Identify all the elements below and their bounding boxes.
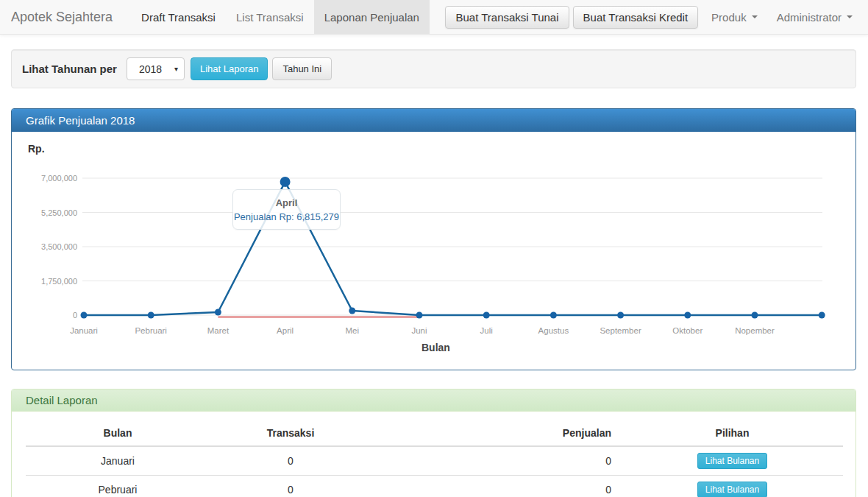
column-header-transaksi: Transaksi xyxy=(210,423,371,446)
sales-series-line xyxy=(84,182,822,315)
chart-data-point[interactable] xyxy=(349,308,355,314)
chart-tooltip: April Penjualan Rp: 6,815,279 xyxy=(232,189,341,230)
column-header-pilihan: Pilihan xyxy=(622,423,843,446)
x-tick-label: Oktober xyxy=(672,326,702,335)
x-tick-label: Nopember xyxy=(735,326,775,335)
cell-transaksi: 0 xyxy=(210,476,371,497)
x-tick-label: Juli xyxy=(480,326,493,335)
chart-data-point[interactable] xyxy=(483,312,490,319)
column-header-bulan: Bulan xyxy=(26,423,210,446)
buat-transaksi-kredit-button[interactable]: Buat Transaksi Kredit xyxy=(573,6,699,29)
tahun-ini-button[interactable]: Tahun Ini xyxy=(272,57,332,80)
column-header-penjualan: Penjualan xyxy=(371,423,622,446)
chart-data-point[interactable] xyxy=(684,312,691,319)
x-tick-label: April xyxy=(277,326,294,335)
produk-dropdown[interactable]: Produk xyxy=(702,0,767,35)
chart-data-point[interactable] xyxy=(617,312,624,319)
cell-penjualan: 0 xyxy=(371,446,622,476)
sales-line-chart[interactable]: 01,750,0003,500,0005,250,0007,000,000Jan… xyxy=(12,132,855,370)
x-tick-label: Pebruari xyxy=(135,326,166,335)
year-filter-bar: Lihat Tahunan per 2018 ▾ Lihat Laporan T… xyxy=(11,49,856,88)
lihat-laporan-button[interactable]: Lihat Laporan xyxy=(191,57,268,80)
x-axis-title: Bulan xyxy=(421,342,450,353)
monthly-report-table: Bulan Transaksi Penjualan Pilihan Januar… xyxy=(26,423,843,497)
navbar: Apotek Sejahtera Draft Transaksi List Tr… xyxy=(0,0,868,35)
chart-data-point[interactable] xyxy=(416,312,423,319)
chart-data-point[interactable] xyxy=(752,312,758,319)
lihat-bulanan-button[interactable]: Lihat Bulanan xyxy=(697,453,767,469)
buat-transaksi-tunai-button[interactable]: Buat Transaksi Tunai xyxy=(445,6,569,29)
y-tick-label: 7,000,000 xyxy=(41,174,77,183)
y-tick-label: 5,250,000 xyxy=(41,208,77,217)
chevron-down-icon xyxy=(847,15,853,18)
cell-bulan: Pebruari xyxy=(26,476,210,497)
detail-report-panel: Detail Laporan Bulan Transaksi Penjualan… xyxy=(11,389,856,497)
nav-item-list-transaksi[interactable]: List Transaksi xyxy=(226,0,314,34)
sales-chart-panel: Grafik Penjualan 2018 Rp. 01,750,0003,50… xyxy=(11,108,856,370)
brand[interactable]: Apotek Sejahtera xyxy=(0,0,124,34)
chart-panel-title: Grafik Penjualan 2018 xyxy=(12,109,855,132)
chart-tooltip-title: April xyxy=(233,197,340,208)
y-tick-label: 3,500,000 xyxy=(41,242,77,251)
x-tick-label: Maret xyxy=(207,326,230,335)
nav-item-laporan-penjualan[interactable]: Laponan Penjualan xyxy=(314,0,430,34)
filter-label: Lihat Tahunan per xyxy=(22,63,117,75)
cell-penjualan: 0 xyxy=(371,476,622,497)
lihat-bulanan-button[interactable]: Lihat Bulanan xyxy=(697,482,767,497)
detail-table-wrapper: Bulan Transaksi Penjualan Pilihan Januar… xyxy=(12,412,855,497)
year-select[interactable]: 2018 ▾ xyxy=(127,57,185,80)
cell-transaksi: 0 xyxy=(210,446,371,476)
chart-body: Rp. 01,750,0003,500,0005,250,0007,000,00… xyxy=(12,132,855,370)
table-header-row: Bulan Transaksi Penjualan Pilihan xyxy=(26,423,843,446)
chevron-down-icon xyxy=(752,15,758,18)
table-row: Pebruari 0 0 Lihat Bulanan xyxy=(26,476,843,497)
y-tick-label: 1,750,000 xyxy=(41,277,77,286)
chart-data-point[interactable] xyxy=(81,312,88,319)
cell-bulan: Januari xyxy=(26,446,210,476)
x-tick-label: Januari xyxy=(70,326,98,335)
chart-tooltip-value: Penjualan Rp: 6,815,279 xyxy=(233,211,340,222)
chart-data-point[interactable] xyxy=(148,312,154,319)
nav-item-draft-transaksi[interactable]: Draft Transaksi xyxy=(131,0,226,34)
navbar-right: Buat Transaksi Tunai Buat Transaksi Kred… xyxy=(445,0,868,34)
administrator-dropdown[interactable]: Administrator xyxy=(767,0,862,35)
table-row: Januari 0 0 Lihat Bulanan xyxy=(26,446,843,476)
y-tick-label: 0 xyxy=(73,311,77,320)
produk-dropdown-label: Produk xyxy=(711,11,747,24)
chart-data-point[interactable] xyxy=(819,312,825,319)
chart-data-point[interactable] xyxy=(280,177,291,187)
administrator-dropdown-label: Administrator xyxy=(777,11,842,24)
x-tick-label: Juni xyxy=(411,326,427,335)
chart-data-point[interactable] xyxy=(550,312,557,319)
chart-data-point[interactable] xyxy=(215,309,221,316)
main-nav: Draft Transaksi List Transaksi Laponan P… xyxy=(131,0,430,34)
year-select-value: 2018 xyxy=(139,63,162,75)
x-tick-label: Mei xyxy=(346,326,360,335)
detail-panel-title: Detail Laporan xyxy=(12,390,855,412)
select-caret-icon: ▾ xyxy=(174,65,178,73)
x-tick-label: Agustus xyxy=(538,326,569,335)
x-tick-label: September xyxy=(600,326,641,335)
